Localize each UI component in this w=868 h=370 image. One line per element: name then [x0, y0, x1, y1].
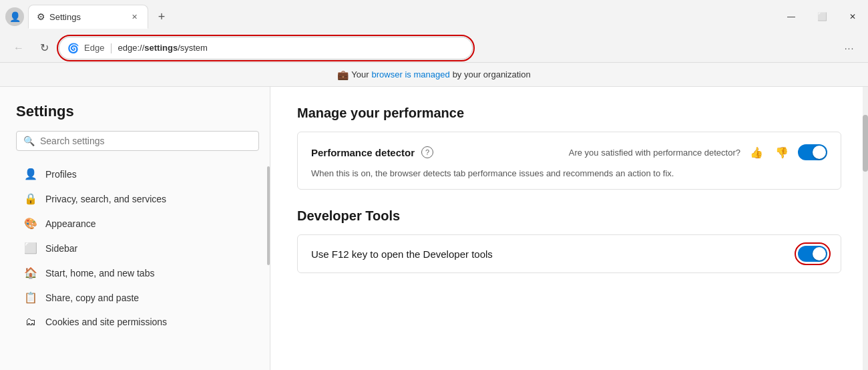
avatar: 👤	[5, 7, 24, 26]
sidebar-icon: ⬜	[24, 242, 37, 254]
devtools-toggle[interactable]	[798, 246, 827, 262]
search-input[interactable]	[40, 136, 252, 146]
sidebar-item-cookies[interactable]: 🗂 Cookies and site permissions	[16, 310, 259, 334]
edge-label: Edge	[84, 43, 104, 53]
close-button[interactable]: ✕	[837, 6, 868, 27]
cookies-icon: 🗂	[24, 316, 37, 328]
right-scrollbar-thumb	[863, 115, 868, 172]
settings-tab[interactable]: ⚙ Settings ✕	[28, 5, 148, 29]
sidebar-label: Sidebar	[45, 243, 77, 254]
managed-text-before: Your	[351, 69, 369, 79]
performance-card: Performance detector ? Are you satisfied…	[297, 132, 841, 190]
address-separator: |	[110, 42, 112, 54]
cookies-label: Cookies and site permissions	[45, 317, 167, 327]
performance-feedback-text: Are you satisfied with performance detec…	[569, 148, 740, 158]
sidebar-item-appearance[interactable]: 🎨 Appearance	[16, 211, 259, 236]
profiles-icon: 👤	[24, 168, 37, 180]
more-button[interactable]: ···	[839, 37, 860, 59]
devtools-section-title: Developer Tools	[297, 208, 841, 224]
start-label: Start, home, and new tabs	[45, 268, 154, 279]
performance-help-icon[interactable]: ?	[421, 146, 433, 158]
performance-toggle[interactable]	[798, 144, 827, 160]
new-tab-button[interactable]: +	[152, 7, 171, 26]
search-box[interactable]: 🔍	[16, 131, 259, 151]
content-area: Manage your performance Performance dete…	[270, 87, 868, 370]
devtools-card: Use F12 key to open the Developer tools	[297, 234, 841, 273]
sidebar-item-privacy[interactable]: 🔒 Privacy, search, and services	[16, 186, 259, 211]
settings-title: Settings	[16, 103, 259, 120]
address-text: edge://settings/system	[118, 43, 208, 53]
appearance-label: Appearance	[45, 218, 96, 229]
reload-button[interactable]: ↻	[33, 37, 55, 59]
f12-label: Use F12 key to open the Developer tools	[311, 248, 493, 260]
managed-icon: 💼	[337, 69, 349, 80]
settings-tab-icon: ⚙	[37, 11, 45, 22]
maximize-button[interactable]: ⬜	[807, 6, 837, 27]
privacy-icon: 🔒	[24, 192, 37, 205]
start-icon: 🏠	[24, 266, 37, 279]
right-scrollbar[interactable]	[863, 87, 868, 370]
thumbdown-button[interactable]: 👎	[773, 143, 791, 162]
privacy-label: Privacy, search, and services	[45, 194, 166, 204]
thumbup-button[interactable]: 👍	[747, 143, 766, 162]
performance-description: When this is on, the browser detects tab…	[311, 168, 827, 178]
share-icon: 📋	[24, 291, 37, 304]
tab-close-icon[interactable]: ✕	[129, 11, 140, 22]
profiles-label: Profiles	[45, 169, 77, 180]
devtools-toggle-thumb	[813, 247, 826, 260]
sidebar-item-sidebar[interactable]: ⬜ Sidebar	[16, 236, 259, 260]
sidebar-item-share[interactable]: 📋 Share, copy and paste	[16, 285, 259, 310]
performance-detector-label: Performance detector	[311, 147, 415, 158]
back-button[interactable]: ←	[8, 37, 29, 59]
sidebar-item-start[interactable]: 🏠 Start, home, and new tabs	[16, 260, 259, 285]
managed-text-after: by your organization	[453, 69, 531, 79]
edge-logo-icon: 🌀	[67, 43, 79, 53]
performance-section-title: Manage your performance	[297, 106, 841, 121]
minimize-button[interactable]: —	[776, 6, 807, 27]
sidebar: Settings 🔍 👤 Profiles 🔒 Privacy, search,…	[0, 87, 270, 370]
performance-toggle-thumb	[813, 146, 826, 159]
settings-tab-label: Settings	[49, 12, 81, 22]
search-icon: 🔍	[23, 136, 35, 146]
sidebar-item-profiles[interactable]: 👤 Profiles	[16, 162, 259, 186]
address-bar[interactable]: 🌀 Edge | edge://settings/system	[59, 37, 473, 59]
appearance-icon: 🎨	[24, 217, 37, 230]
managed-link[interactable]: browser is managed	[372, 69, 450, 79]
share-label: Share, copy and paste	[45, 293, 139, 303]
